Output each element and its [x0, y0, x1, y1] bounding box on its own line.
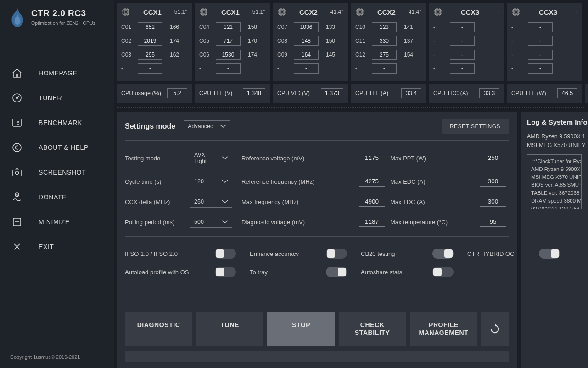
core-label: -: [433, 51, 446, 58]
core-extra: 154: [400, 51, 413, 58]
ccx-temp: 51.1°: [174, 9, 187, 15]
core-label: C03: [121, 51, 134, 58]
tune-button[interactable]: TUNE: [196, 312, 263, 346]
core-row: C12275154: [355, 50, 421, 60]
ccx-block: CCX151.1°C01652166C022019174C03295162--: [117, 3, 192, 81]
toggle-label: Autoload profile with OS: [125, 269, 207, 276]
core-label: C12: [355, 51, 368, 58]
setting-input[interactable]: [480, 176, 506, 187]
ccx-block: CCX241.4°C10123141C11330137C12275154--: [351, 3, 426, 81]
toggle-to-tray[interactable]: [326, 267, 347, 277]
ccx-temp: 41.4°: [409, 9, 421, 15]
chevron-down-icon: [222, 200, 228, 204]
settings-grid: Testing modeAVX LightReference voltage (…: [125, 149, 509, 237]
refresh-button[interactable]: [481, 312, 509, 346]
settings-panel: Settings mode Advanced RESET SETTINGS Te…: [117, 112, 517, 368]
svg-rect-12: [202, 11, 205, 13]
metric-block: CPU TDC (A)33.3: [429, 84, 504, 103]
toggle-knob: [338, 268, 346, 276]
core-value: -: [138, 63, 162, 74]
toggle-knob: [444, 249, 453, 258]
ccx-name: CCX1: [134, 8, 171, 16]
nav-item-homepage[interactable]: HOMEPAGE: [0, 61, 114, 85]
toggle-autoload-profile-with-os[interactable]: [215, 267, 236, 277]
core-value: -: [294, 63, 319, 74]
core-row: --: [121, 63, 187, 74]
settings-mode-dropdown[interactable]: Advanced: [184, 120, 230, 132]
core-label: -: [121, 65, 134, 72]
metric-block: CPU usage (%)5.2: [117, 84, 192, 103]
toggle-knob: [216, 268, 224, 276]
copyright: Copyright 1usmus© 2019-2021: [0, 346, 114, 368]
setting-input[interactable]: [480, 217, 506, 227]
core-label: C04: [199, 24, 212, 30]
nav-item-screenshot[interactable]: SCREENSHOT: [0, 160, 114, 185]
ccx-temp: 51.1°: [252, 9, 265, 15]
nav-item-about-help[interactable]: ABOUT & HELP: [0, 135, 114, 160]
nav-item-benchmark[interactable]: BENCHMARK: [0, 110, 114, 135]
ccx-header: CCX241.4°: [355, 7, 421, 17]
core-value: -: [528, 22, 553, 32]
cpu-icon: [277, 7, 286, 17]
setting-input[interactable]: [480, 197, 506, 207]
exit-icon: [11, 241, 23, 253]
core-extra: 174: [166, 38, 179, 44]
setting-dropdown[interactable]: 120: [190, 176, 232, 187]
setting-input[interactable]: [359, 176, 385, 187]
setting-dropdown[interactable]: AVX Light: [190, 149, 232, 167]
log-box[interactable]: ***ClockTuner for RyzeAMD Ryzen 9 5900X …: [527, 154, 582, 209]
chevron-down-icon: [222, 156, 228, 160]
metric-value: 33.4: [401, 88, 421, 98]
nav-label: MINIMIZE: [39, 218, 70, 226]
core-value: -: [528, 50, 553, 60]
core-row: --: [433, 63, 499, 74]
nav-item-tuner[interactable]: TUNER: [0, 85, 114, 110]
metric-label: CPU TEL (V): [199, 90, 232, 96]
core-extra: 170: [244, 38, 257, 44]
nav-label: HOMEPAGE: [39, 69, 78, 77]
core-value: -: [528, 36, 553, 46]
nav-item-minimize[interactable]: MINIMIZE: [0, 209, 114, 234]
svg-rect-19: [513, 9, 519, 15]
nav-item-exit[interactable]: EXIT: [0, 234, 114, 259]
core-value: 1530: [216, 50, 241, 60]
core-row: C04121158: [199, 22, 265, 32]
setting-input[interactable]: [480, 153, 506, 163]
core-value: -: [450, 63, 475, 74]
core-extra: 133: [322, 24, 335, 30]
nav-label: BENCHMARK: [39, 119, 82, 126]
setting-dropdown[interactable]: 500: [190, 216, 232, 228]
setting-label: CCX delta (MHz): [125, 198, 185, 205]
toggle-label: CB20 testing: [361, 250, 425, 257]
toggle-ifso-1-0-ifso-2-0[interactable]: [215, 249, 236, 259]
core-row: C022019174: [121, 36, 187, 46]
metric-value: 33.3: [479, 88, 499, 98]
ccx-name: CCX3: [524, 8, 572, 16]
diagnostic-button[interactable]: DIAGNOSTIC: [125, 312, 192, 346]
setting-input[interactable]: [359, 217, 385, 227]
metric-label: CPU VID (V): [277, 90, 310, 96]
ccx-name: CCX2: [368, 8, 405, 16]
log-panel: Log & System Info AMD Ryzen 9 5900X 1 MS…: [521, 112, 588, 368]
chevron-down-icon: [222, 220, 228, 224]
toggle-cb20-testing[interactable]: [432, 249, 454, 259]
core-label: -: [433, 65, 446, 72]
setting-dropdown[interactable]: 250: [190, 196, 232, 208]
setting-input[interactable]: [359, 153, 385, 163]
stop-button[interactable]: STOP: [267, 312, 335, 346]
metric-label: CPU TDC (A): [433, 90, 468, 96]
core-label: C09: [277, 51, 290, 58]
toggle-enhance-accuracy[interactable]: [326, 249, 347, 259]
core-label: -: [511, 65, 524, 72]
core-value: 717: [216, 36, 241, 46]
check-stability-button[interactable]: CHECKSTABILITY: [339, 312, 406, 346]
setting-label: Diagnostic voltage (mV): [241, 219, 333, 226]
ccx-header: CCX241.4°: [277, 7, 343, 17]
toggle-autoshare-stats[interactable]: [432, 267, 454, 277]
nav-item-donate[interactable]: $DONATE: [0, 185, 114, 209]
toggle-ctr-hybrid-oc[interactable]: [539, 249, 560, 259]
svg-rect-17: [435, 9, 441, 15]
reset-settings-button[interactable]: RESET SETTINGS: [442, 119, 509, 134]
setting-input[interactable]: [359, 197, 385, 207]
profile-management-button[interactable]: PROFILEMANAGEMENT: [410, 312, 477, 346]
